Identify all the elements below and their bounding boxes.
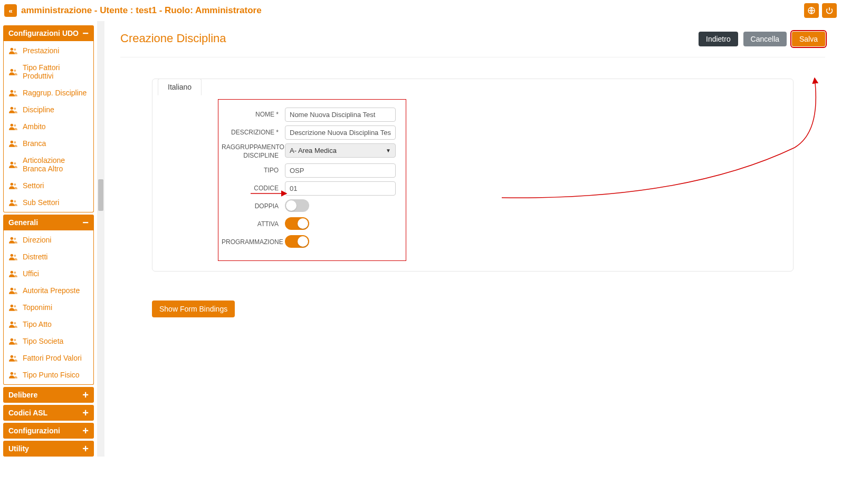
svg-point-26	[14, 288, 16, 290]
user-icon	[9, 199, 17, 206]
section-title: Utility	[8, 444, 29, 453]
user-icon	[9, 371, 17, 379]
programmazione-toggle[interactable]	[285, 235, 309, 248]
sidebar-item-label: Ambito	[23, 122, 46, 131]
section-body-generali: Direzioni Distretti Uffici Autorita Prep…	[3, 230, 94, 385]
user-icon	[9, 270, 17, 277]
label-raggruppamento: RAGGRUPPAMENTO DISCIPLINE	[222, 143, 285, 160]
sidebar-collapse-button[interactable]: «	[4, 4, 17, 17]
svg-point-36	[14, 373, 16, 375]
svg-point-5	[11, 90, 13, 93]
section-header-delibere[interactable]: Delibere +	[3, 387, 94, 403]
sidebar-item-articolazione-branca-altro[interactable]: Articolazione Branca Altro	[4, 152, 93, 177]
sidebar-item-label: Uffici	[23, 269, 39, 278]
show-form-bindings-button[interactable]: Show Form Bindings	[152, 301, 235, 317]
select-value: A- Area Medica	[290, 147, 337, 154]
minus-icon: −	[82, 220, 89, 225]
sidebar-item-label: Tipo Fattori Produttivi	[23, 63, 88, 80]
sidebar-item-label: Settori	[23, 181, 44, 190]
sidebar: Configurazioni UDO − Prestazioni Tipo Fa…	[0, 21, 97, 457]
sidebar-item-tipo-atto[interactable]: Tipo Atto	[4, 316, 93, 333]
label-descrizione: DESCRIZIONE *	[222, 129, 285, 137]
action-buttons: Indietro Cancella Salva	[695, 32, 825, 46]
sidebar-item-label: Distretti	[23, 253, 47, 261]
svg-point-28	[14, 305, 16, 307]
sidebar-item-label: Fattori Prod Valori	[23, 354, 82, 362]
section-body-configurazioni-udo: Prestazioni Tipo Fattori Produttivi Ragg…	[3, 41, 94, 212]
svg-point-6	[14, 91, 16, 93]
label-programmazione: PROGRAMMAZIONE	[222, 238, 285, 247]
svg-point-22	[14, 255, 16, 257]
section-header-configurazioni-udo[interactable]: Configurazioni UDO −	[3, 25, 94, 41]
sidebar-item-direzioni[interactable]: Direzioni	[4, 231, 93, 248]
globe-button[interactable]	[804, 3, 819, 18]
power-button[interactable]	[822, 3, 837, 18]
nome-input[interactable]	[285, 108, 396, 122]
sidebar-item-uffici[interactable]: Uffici	[4, 265, 93, 282]
svg-point-19	[11, 237, 13, 240]
user-icon	[9, 337, 17, 345]
sidebar-item-label: Branca	[23, 139, 46, 148]
back-button[interactable]: Indietro	[699, 32, 738, 46]
scroll-thumb[interactable]	[98, 179, 103, 211]
sidebar-item-settori[interactable]: Settori	[4, 177, 93, 194]
section-header-utility[interactable]: Utility +	[3, 441, 94, 457]
user-icon	[9, 123, 17, 130]
doppia-toggle[interactable]	[285, 199, 309, 212]
cancel-button[interactable]: Cancella	[743, 32, 787, 46]
svg-point-15	[11, 183, 13, 186]
svg-point-7	[11, 107, 13, 110]
sidebar-scrollbar[interactable]	[97, 21, 104, 457]
descrizione-input[interactable]	[285, 125, 396, 140]
section-header-generali[interactable]: Generali −	[3, 215, 94, 230]
sidebar-item-prestazioni[interactable]: Prestazioni	[4, 42, 93, 59]
user-icon	[9, 287, 17, 294]
sidebar-item-fattori-prod-valori[interactable]: Fattori Prod Valori	[4, 350, 93, 366]
section-title: Configurazioni	[8, 427, 60, 435]
codice-input[interactable]	[285, 181, 396, 196]
svg-point-17	[11, 200, 13, 202]
section-header-codici-asl[interactable]: Codici ASL +	[3, 405, 94, 421]
svg-point-1	[11, 48, 13, 51]
svg-point-14	[14, 162, 16, 164]
sidebar-item-tipo-fattori-produttivi[interactable]: Tipo Fattori Produttivi	[4, 59, 93, 84]
sidebar-item-label: Prestazioni	[23, 46, 59, 55]
section-header-configurazioni[interactable]: Configurazioni +	[3, 423, 94, 439]
page-title: Creazione Disciplina	[120, 32, 226, 45]
sidebar-item-label: Articolazione Branca Altro	[23, 156, 88, 173]
chevron-down-icon: ▼	[386, 148, 391, 153]
sidebar-item-label: Direzioni	[23, 236, 51, 244]
svg-point-23	[11, 271, 13, 274]
svg-point-29	[11, 322, 13, 324]
label-attiva: ATTIVA	[222, 220, 285, 229]
power-icon	[825, 6, 834, 15]
sidebar-item-sub-settori[interactable]: Sub Settori	[4, 194, 93, 211]
svg-point-18	[14, 200, 16, 202]
tipo-input[interactable]	[285, 163, 396, 178]
sidebar-item-branca[interactable]: Branca	[4, 135, 93, 152]
label-tipo: TIPO	[222, 167, 285, 175]
svg-point-24	[14, 272, 16, 274]
tab-italiano[interactable]: Italiano	[158, 79, 202, 95]
sidebar-item-tipo-punto-fisico[interactable]: Tipo Punto Fisico	[4, 366, 93, 383]
sidebar-item-discipline[interactable]: Discipline	[4, 101, 93, 118]
globe-icon	[807, 6, 816, 15]
sidebar-item-raggrup-discipline[interactable]: Raggrup. Discipline	[4, 84, 93, 101]
sidebar-item-distretti[interactable]: Distretti	[4, 248, 93, 265]
attiva-toggle[interactable]	[285, 217, 309, 230]
plus-icon: +	[82, 410, 89, 415]
page-header: Creazione Disciplina Indietro Cancella S…	[120, 32, 825, 57]
section-title: Delibere	[8, 391, 37, 399]
chevron-left-double-icon: «	[8, 7, 12, 15]
sidebar-item-ambito[interactable]: Ambito	[4, 118, 93, 135]
sidebar-item-autorita-preposte[interactable]: Autorita Preposte	[4, 282, 93, 299]
save-button[interactable]: Salva	[792, 32, 825, 46]
sidebar-item-tipo-societa[interactable]: Tipo Societa	[4, 333, 93, 350]
raggruppamento-select[interactable]: A- Area Medica ▼	[285, 143, 396, 158]
svg-point-35	[11, 372, 13, 375]
sidebar-item-toponimi[interactable]: Toponimi	[4, 299, 93, 316]
plus-icon: +	[82, 392, 89, 398]
form-card: Italiano NOME * DESCRIZIONE * RAG	[152, 79, 794, 272]
user-icon	[9, 47, 17, 54]
section-title: Generali	[8, 218, 38, 227]
